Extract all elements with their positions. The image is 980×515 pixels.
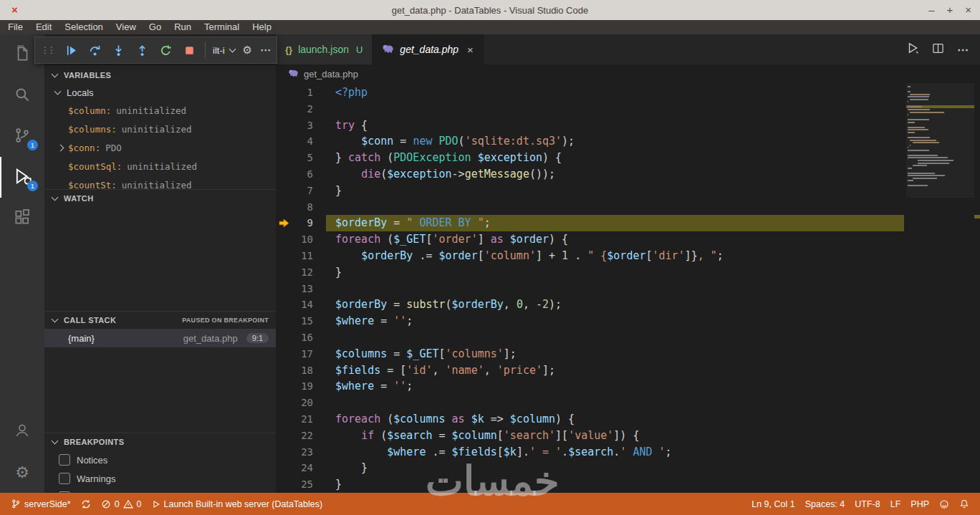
menu-file[interactable]: File	[1, 20, 29, 34]
code-line-17[interactable]: 17$columns = $_GET['columns'];	[276, 346, 980, 362]
code-line-2[interactable]: 2	[276, 101, 980, 117]
menu-run[interactable]: Run	[168, 20, 198, 34]
minimize-button[interactable]: –	[928, 0, 934, 20]
account-button[interactable]	[0, 411, 44, 452]
code-editor[interactable]: 1<?php23try {4 $conn = new PDO('sqlite:d…	[276, 83, 980, 493]
sync-button[interactable]	[76, 493, 96, 515]
window-close-red-button[interactable]: ×	[11, 3, 18, 17]
tab-get-data-php[interactable]: get_data.php ×	[373, 34, 484, 64]
code-line-14[interactable]: 14$orderBy = substr($orderBy, 0, -2);	[276, 297, 980, 313]
indentation-indicator[interactable]: Spaces: 4	[800, 493, 850, 515]
breakpoint-gutter[interactable]	[276, 297, 292, 313]
menu-terminal[interactable]: Terminal	[198, 20, 246, 34]
variable-row[interactable]: $countSql:uninitialized	[44, 157, 276, 175]
code-line-6[interactable]: 6 die($exception->getMessage());	[276, 166, 980, 183]
breakpoint-gutter[interactable]	[276, 101, 292, 117]
code-line-3[interactable]: 3try {	[276, 117, 980, 134]
problems-indicator[interactable]: 0 0	[96, 493, 147, 515]
feedback-button[interactable]	[934, 493, 954, 515]
breakpoint-gutter[interactable]	[276, 411, 292, 428]
breakpoint-gutter[interactable]	[276, 248, 292, 264]
breakpoint-gutter[interactable]	[276, 166, 292, 183]
breakpoint-gutter[interactable]	[276, 329, 292, 346]
code-line-22[interactable]: 22 if ($search = $column['search']['valu…	[276, 428, 980, 444]
stop-button[interactable]	[181, 41, 197, 59]
breakpoint-row-partial[interactable]	[44, 488, 276, 493]
activity-search-button[interactable]	[0, 75, 44, 116]
variable-row[interactable]: $columns:uninitialized	[44, 120, 276, 138]
callstack-frame[interactable]: {main} get_data.php 9:1	[44, 329, 276, 347]
call-stack-section-header[interactable]: CALL STACK PAUSED ON BREAKPOINT	[44, 312, 276, 329]
breakpoint-gutter[interactable]	[276, 183, 292, 199]
step-out-button[interactable]	[134, 41, 150, 59]
settings-button[interactable]: ⚙	[0, 452, 44, 493]
run-or-debug-button[interactable]	[906, 42, 919, 57]
menu-view[interactable]: View	[110, 20, 143, 34]
activity-source-control-button[interactable]: 1	[0, 116, 44, 157]
code-line-16[interactable]: 16	[276, 329, 980, 346]
breakpoint-gutter[interactable]	[276, 281, 292, 297]
code-line-11[interactable]: 11 $orderBy .= $order['column'] + 1 . " …	[276, 248, 980, 264]
launch-task-button[interactable]: Launch Built-in web server (DataTables)	[147, 493, 328, 515]
breadcrumb-file[interactable]: get_data.php	[304, 69, 358, 80]
activity-run-debug-button[interactable]: 1	[0, 157, 44, 198]
breakpoint-gutter[interactable]	[276, 199, 292, 216]
breakpoint-gutter[interactable]	[276, 264, 292, 281]
variable-row[interactable]: $countSt:uninitialized	[44, 175, 276, 190]
breakpoint-gutter[interactable]	[276, 476, 292, 493]
debug-current-frame-arrow-icon[interactable]	[276, 215, 292, 231]
watch-section-header[interactable]: WATCH	[44, 190, 276, 207]
step-over-button[interactable]	[87, 41, 102, 59]
variable-row[interactable]: $conn:PDO	[44, 138, 276, 157]
minimap[interactable]	[906, 83, 974, 493]
eol-indicator[interactable]: LF	[885, 493, 906, 515]
step-into-button[interactable]	[110, 41, 126, 59]
breakpoint-gutter[interactable]	[276, 362, 292, 379]
breakpoint-gutter[interactable]	[276, 460, 292, 476]
menu-edit[interactable]: Edit	[29, 20, 58, 34]
breakpoint-gutter[interactable]	[276, 428, 292, 444]
code-line-20[interactable]: 20	[276, 395, 980, 411]
chevron-right-icon[interactable]	[57, 145, 64, 152]
tab-close-icon[interactable]: ×	[467, 44, 474, 56]
code-line-18[interactable]: 18$fields = ['id', 'name', 'price'];	[276, 362, 980, 379]
breakpoint-gutter[interactable]	[276, 346, 292, 362]
debug-more-button[interactable]: ⋯	[260, 44, 271, 57]
code-line-19[interactable]: 19$where = '';	[276, 378, 980, 395]
maximize-button[interactable]: +	[946, 0, 953, 20]
code-line-9[interactable]: 9$orderBy = " ORDER BY ";	[276, 215, 980, 231]
code-line-7[interactable]: 7}	[276, 183, 980, 199]
breakpoint-gutter[interactable]	[276, 231, 292, 248]
breakpoint-gutter[interactable]	[276, 117, 292, 134]
breakpoint-row[interactable]: Warnings	[44, 469, 276, 488]
breakpoint-gutter[interactable]	[276, 444, 292, 461]
breakpoint-row[interactable]: Notices	[44, 451, 276, 469]
code-line-10[interactable]: 10foreach ($_GET['order'] as $order) {	[276, 231, 980, 248]
variables-section-header[interactable]: VARIABLES	[44, 67, 276, 84]
breakpoint-gutter[interactable]	[276, 85, 292, 101]
code-line-8[interactable]: 8	[276, 199, 980, 216]
restart-button[interactable]	[158, 41, 173, 59]
code-line-5[interactable]: 5} catch (PDOException $exception) {	[276, 150, 980, 166]
language-indicator[interactable]: PHP	[905, 493, 934, 515]
checkbox[interactable]	[59, 473, 70, 484]
code-line-24[interactable]: 24 }	[276, 460, 980, 476]
code-line-21[interactable]: 21foreach ($columns as $k => $column) {	[276, 411, 980, 428]
variable-row[interactable]: $column:uninitialized	[44, 101, 276, 120]
breakpoint-gutter[interactable]	[276, 313, 292, 329]
breadcrumb[interactable]: get_data.php	[276, 64, 980, 83]
menu-go[interactable]: Go	[143, 20, 168, 34]
code-line-15[interactable]: 15$where = '';	[276, 313, 980, 329]
cursor-position-indicator[interactable]: Ln 9, Col 1	[746, 493, 799, 515]
launch-config-select[interactable]: ilt-i	[205, 42, 235, 58]
menu-selection[interactable]: Selection	[58, 20, 109, 34]
notifications-button[interactable]	[954, 493, 974, 515]
scope-locals[interactable]: Locals	[44, 84, 276, 101]
breakpoint-gutter[interactable]	[276, 133, 292, 150]
encoding-indicator[interactable]: UTF-8	[850, 493, 885, 515]
checkbox[interactable]	[59, 454, 70, 466]
code-line-12[interactable]: 12}	[276, 264, 980, 281]
continue-button[interactable]	[63, 41, 79, 59]
breakpoint-gutter[interactable]	[276, 395, 292, 411]
code-line-23[interactable]: 23 $where .= $fields[$k].' = '.$search.'…	[276, 444, 980, 461]
